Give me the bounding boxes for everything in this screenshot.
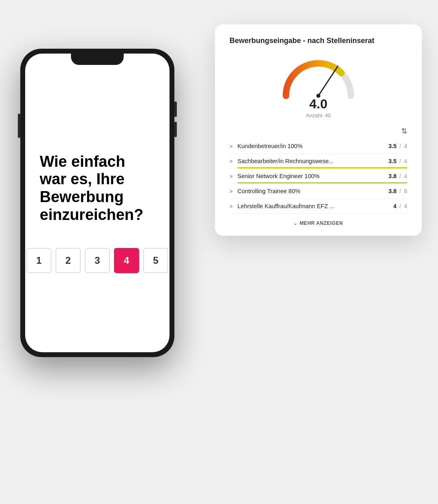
mehr-chevron-icon: ⌄: [294, 221, 297, 226]
phone-vol-up-btn: [174, 101, 177, 117]
phone-content: Wie einfach war es, Ihre Bewerbung einzu…: [25, 74, 170, 352]
svg-line-0: [318, 66, 338, 96]
job-score-1: 3.5 / 4: [389, 158, 407, 164]
job-row-4[interactable]: > Lehrstelle Kauffrau/Kaufmann EFZ ... 4…: [230, 199, 407, 214]
job-row-3[interactable]: > Controlling Trainee 80% 3.8 / 8: [230, 184, 407, 199]
job-list: > Kundenbetreuer/in 100% 3.5 / 4 > Sachb…: [230, 139, 407, 214]
gauge-svg: [278, 53, 359, 100]
sort-icon[interactable]: ⇅: [401, 127, 407, 136]
chevron-icon-3: >: [230, 188, 233, 194]
phone-notch: [71, 54, 124, 65]
phone-vol-down-btn: [174, 122, 177, 137]
job-score-4: 4 / 4: [393, 203, 407, 209]
job-score-0: 3.5 / 4: [389, 143, 407, 149]
rating-buttons-group: 1 2 3 4 5: [26, 248, 168, 273]
rating-btn-3[interactable]: 3: [85, 248, 110, 273]
job-name-2: Senior Network Engineer 100%: [238, 173, 385, 179]
dashboard-card: Bewerbungseingabe - nach Stelleninserat: [215, 24, 422, 236]
job-score-3: 3.8 / 8: [389, 188, 407, 194]
survey-question: Wie einfach war es, Ihre Bewerbung einzu…: [40, 153, 155, 224]
chevron-icon-4: >: [230, 203, 233, 209]
job-row-0[interactable]: > Kundenbetreuer/in 100% 3.5 / 4: [230, 139, 407, 154]
scene: Wie einfach war es, Ihre Bewerbung einzu…: [0, 0, 438, 504]
job-row-2[interactable]: > Senior Network Engineer 100% 3.8 / 4: [230, 169, 407, 184]
chevron-icon-0: >: [230, 143, 233, 149]
chevron-icon-1: >: [230, 158, 233, 164]
phone-screen: Wie einfach war es, Ihre Bewerbung einzu…: [25, 54, 170, 352]
mehr-anzeigen-button[interactable]: ⌄ MEHR ANZEIGEN: [230, 220, 407, 226]
rating-btn-4[interactable]: 4: [114, 248, 139, 273]
rating-btn-2[interactable]: 2: [56, 248, 81, 273]
phone-power-btn: [18, 114, 20, 138]
rating-btn-1[interactable]: 1: [26, 248, 52, 273]
gauge-count: Anzahl: 40: [306, 112, 331, 118]
job-score-2: 3.8 / 4: [389, 173, 407, 179]
card-title: Bewerbungseingabe - nach Stelleninserat: [230, 37, 407, 45]
job-name-0: Kundenbetreuer/in 100%: [238, 143, 385, 149]
sort-row: ⇅: [230, 127, 407, 136]
gauge-value: 4.0: [309, 97, 327, 112]
phone-device: Wie einfach war es, Ihre Bewerbung einzu…: [20, 49, 174, 357]
mehr-anzeigen-label: MEHR ANZEIGEN: [300, 220, 343, 226]
job-name-1: Sachbearbeiter/in Rechnungswese...: [238, 158, 385, 164]
gauge-container: 4.0 Anzahl: 40: [230, 53, 407, 118]
job-row-1[interactable]: > Sachbearbeiter/in Rechnungswese... 3.5…: [230, 154, 407, 169]
job-name-4: Lehrstelle Kauffrau/Kaufmann EFZ ...: [238, 203, 390, 209]
job-name-3: Controlling Trainee 80%: [238, 188, 385, 194]
chevron-icon-2: >: [230, 173, 233, 179]
rating-btn-5[interactable]: 5: [143, 248, 168, 273]
